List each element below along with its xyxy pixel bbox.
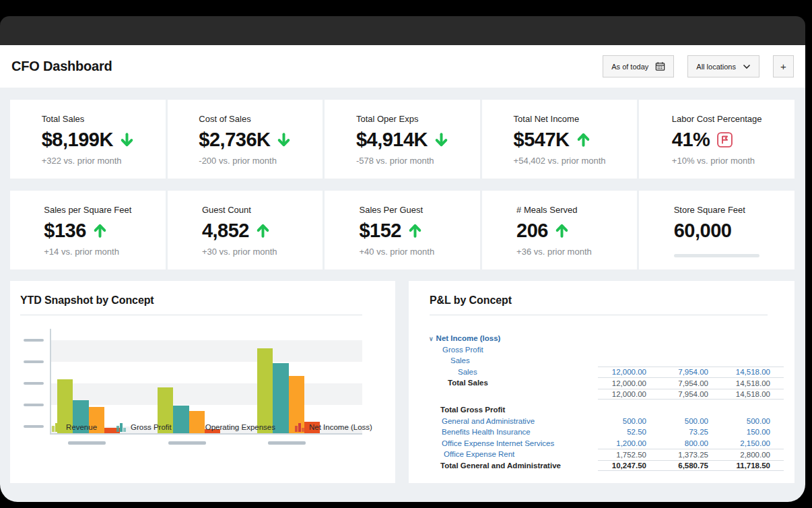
pnl-value-cell: 2,150.00 (722, 439, 784, 447)
date-filter-button[interactable]: As of today (603, 55, 674, 77)
y-axis-tick-placeholder (24, 339, 44, 342)
kpi-change: +30 vs. prior month (202, 247, 288, 257)
chart-legend: Revenue Gross Profit Operating Expenses … (52, 422, 372, 432)
pnl-value-cell: 500.00 (598, 417, 660, 425)
kpi-card--meals-served[interactable]: # Meals Served 206 +36 vs. prior month (482, 191, 638, 269)
kpi-label: Sales per Square Feet (44, 205, 131, 215)
pnl-account-link[interactable]: Office Expense Internet Services (425, 439, 598, 447)
pnl-account-link[interactable]: Sales (425, 368, 598, 376)
pnl-row-total-gross-profit: Total Gross Profit (425, 404, 784, 416)
x-axis-label-placeholder (268, 441, 306, 445)
kpi-card-total-sales[interactable]: Total Sales $8,199K +322 vs. prior month (10, 100, 166, 179)
kpi-content: Total Oper Exps $4,914K -578 vs. prior m… (356, 114, 448, 166)
trend-up-icon (93, 223, 107, 239)
pnl-value-cell: 500.00 (660, 417, 722, 425)
kpi-value: $2,736K (199, 129, 270, 151)
pnl-value-cell: 1,373.25 (660, 451, 722, 459)
kpi-label: Total Oper Exps (356, 114, 448, 124)
pnl-account-link[interactable]: General and Administrative (425, 417, 598, 425)
kpi-value: 60,000 (674, 220, 732, 242)
kpi-card-store-square-feet[interactable]: Store Square Feet 60,000 (639, 191, 794, 269)
pnl-value-cell: 12,000.00 (598, 379, 660, 387)
pnl-value-cell: 12,000.00 (598, 368, 660, 376)
page-title: CFO Dashboard (11, 59, 112, 74)
location-filter-select[interactable]: All locations (687, 55, 759, 77)
legend-item-gross-profit[interactable]: Gross Profit (116, 422, 172, 432)
kpi-change: +40 vs. prior month (359, 247, 445, 257)
screen: CFO Dashboard As of today (0, 0, 812, 508)
legend-item-net-income-loss-[interactable]: Net Income (Loss) (295, 422, 372, 432)
kpi-content: Sales per Square Feet $136 +14 vs. prior… (44, 205, 131, 257)
bottom-panels: YTD Snapshot by Concept Revenue Gross Pr… (10, 281, 794, 483)
pnl-account-link[interactable]: Benefits Health Insurance (425, 428, 598, 436)
dashboard-header: CFO Dashboard As of today (0, 45, 805, 88)
kpi-placeholder-bar (674, 254, 759, 257)
legend-mini-bars-icon (116, 422, 126, 432)
kpi-content: Cost of Sales $2,736K -200 vs. prior mon… (199, 114, 291, 166)
kpi-change: +322 vs. prior month (42, 156, 134, 166)
pnl-panel: P&L by Concept ∨Net Income (loss)Gross P… (409, 281, 794, 483)
pnl-values: 12,000.007,954.0014,518.00 (598, 389, 784, 400)
kpi-card-guest-count[interactable]: Guest Count 4,852 +30 vs. prior month (168, 191, 323, 269)
pnl-values (598, 344, 784, 356)
trend-down-icon (277, 132, 291, 148)
kpi-card-sales-per-guest[interactable]: Sales Per Guest $152 +40 vs. prior month (325, 191, 480, 269)
kpi-content: Total Net Income $547K +54,402 vs. prior… (514, 114, 606, 166)
kpi-value: $547K (514, 129, 570, 151)
pnl-value-cell: 14,518.00 (722, 379, 784, 387)
pnl-account-link[interactable]: ∨Net Income (loss) (425, 334, 598, 342)
pnl-value-cell: 800.00 (660, 439, 722, 447)
pnl-row-general-and-administrative: General and Administrative500.00500.0050… (425, 416, 784, 427)
kpi-card-cost-of-sales[interactable]: Cost of Sales $2,736K -200 vs. prior mon… (168, 100, 323, 179)
legend-item-revenue[interactable]: Revenue (52, 422, 97, 432)
kpi-card-total-oper-exps[interactable]: Total Oper Exps $4,914K -578 vs. prior m… (325, 100, 480, 179)
pnl-value-cell: 1,200.00 (598, 439, 660, 447)
pnl-row-total-sales: Total Sales12,000.007,954.0014,518.00 (425, 377, 784, 389)
pnl-values: 1,200.00800.002,150.00 (598, 438, 784, 449)
pnl-value-cell: 73.25 (660, 428, 722, 436)
pnl-value-cell: 2,800.00 (722, 451, 784, 459)
pnl-row-sales: Sales12,000.007,954.0014,518.00 (425, 367, 784, 378)
pnl-label-text: Net Income (loss) (436, 334, 501, 342)
kpi-label: # Meals Served (516, 205, 603, 215)
pnl-values: 12,000.007,954.0014,518.00 (598, 377, 784, 389)
y-axis-tick-placeholder (24, 382, 44, 385)
kpi-change: -200 vs. prior month (199, 156, 291, 166)
kpi-change: +36 vs. prior month (516, 247, 603, 257)
kpi-row-2: Sales per Square Feet $136 +14 vs. prior… (10, 191, 794, 269)
pnl-row-total-general-and-administrative: Total General and Administrative10,247.5… (425, 460, 784, 472)
chevron-down-icon[interactable]: ∨ (429, 336, 434, 342)
trend-down-icon (120, 132, 134, 148)
pnl-values: 12,000.007,954.0014,518.00 (598, 367, 784, 378)
kpi-card-sales-per-square-feet[interactable]: Sales per Square Feet $136 +14 vs. prior… (10, 191, 166, 269)
pnl-label-text: Gross Profit (442, 346, 483, 354)
pnl-value-cell: 10,247.50 (598, 462, 660, 470)
legend-item-operating-expenses[interactable]: Operating Expenses (191, 422, 275, 432)
trend-down-icon (434, 132, 448, 148)
pnl-account-link[interactable]: Office Expense Rent (425, 450, 598, 458)
legend-label: Revenue (66, 423, 97, 431)
ytd-bar-chart (10, 315, 395, 483)
pnl-label-text: Sales (458, 368, 477, 376)
chart-plot-area (50, 329, 362, 435)
add-widget-button[interactable]: + (773, 55, 794, 77)
pnl-panel-title: P&L by Concept (409, 281, 794, 307)
chevron-down-icon (743, 64, 751, 69)
pnl-value-cell: 14,518.00 (722, 390, 784, 398)
kpi-label: Total Net Income (514, 114, 606, 124)
kpi-label: Cost of Sales (199, 114, 291, 124)
bar-group-3 (257, 348, 320, 433)
pnl-row-office-expense-rent: Office Expense Rent1,752.501,373.252,800… (425, 449, 784, 460)
pnl-table: ∨Net Income (loss)Gross ProfitSalesSales… (425, 333, 784, 471)
kpi-label: Store Square Feet (674, 205, 760, 215)
kpi-content: Store Square Feet 60,000 (674, 205, 760, 257)
legend-mini-bars-icon (52, 422, 61, 432)
kpi-card-labor-cost-percentage[interactable]: Labor Cost Percentage 41% +10% vs. prior… (639, 100, 794, 179)
kpi-card-total-net-income[interactable]: Total Net Income $547K +54,402 vs. prior… (482, 100, 638, 179)
header-controls: As of today All locations (603, 55, 794, 77)
kpi-label: Guest Count (202, 205, 288, 215)
y-axis-tick-placeholder (24, 425, 44, 428)
pnl-account-link[interactable]: Sales (425, 356, 598, 364)
pnl-total-label: Total Gross Profit (425, 406, 598, 414)
pnl-account-link[interactable]: Gross Profit (425, 346, 598, 354)
